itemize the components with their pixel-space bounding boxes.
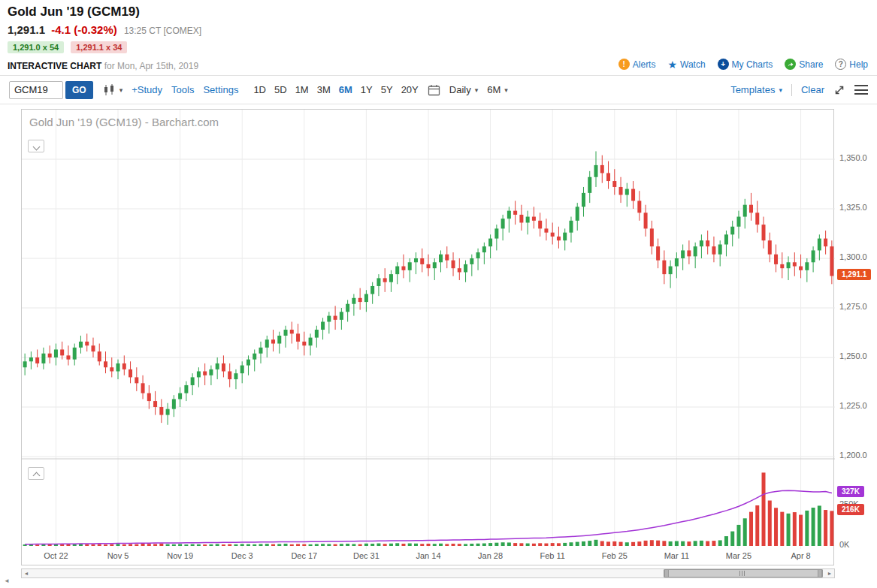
- ask-quote: 1,291.1 x 34: [71, 41, 127, 53]
- bid-quote: 1,291.0 x 54: [8, 41, 64, 53]
- price-change-text: -4.1 (-0.32%): [51, 23, 117, 36]
- open-interest-badge: 327K: [837, 486, 864, 497]
- svg-text:Mar 11: Mar 11: [664, 551, 689, 560]
- go-button[interactable]: GO: [65, 81, 93, 99]
- period-button-1d[interactable]: 1D: [253, 84, 266, 95]
- x-axis-labels: Oct 22Nov 5Nov 19Dec 3Dec 17Dec 31Jan 14…: [44, 551, 810, 560]
- watch-label: Watch: [680, 59, 706, 70]
- collapse-price-panel-button[interactable]: [28, 140, 44, 152]
- volume-badge: 216K: [837, 504, 864, 515]
- right-axis-column: 1,350.01,325.01,300.01,275.01,250.01,225…: [836, 0, 877, 588]
- interactive-chart-label: INTERACTIVE CHART: [8, 61, 101, 71]
- symbol-title: Gold Jun '19 (GCM19): [8, 5, 140, 20]
- price-axis-label: 1,325.0: [839, 203, 867, 212]
- expand-volume-panel-button[interactable]: [28, 467, 44, 480]
- frequency-dropdown[interactable]: Daily ▾: [449, 84, 478, 95]
- interactive-chart-line: INTERACTIVE CHART for Mon, Apr 15th, 201…: [8, 61, 198, 71]
- period-button-6m[interactable]: 6M: [339, 84, 352, 95]
- svg-text:Mar 25: Mar 25: [726, 551, 751, 560]
- share-link[interactable]: Share: [785, 59, 823, 70]
- calendar-icon: [428, 84, 440, 96]
- chevron-down-icon: ▾: [475, 86, 479, 94]
- chevron-down-icon: ▾: [119, 86, 123, 94]
- chart-watermark-title: Gold Jun '19 (GCM19) - Barchart.com: [29, 116, 219, 128]
- my-charts-label: My Charts: [732, 59, 773, 70]
- price-line: 1,291.1 -4.1 (-0.32%) 13:25 CT [COMEX]: [8, 23, 201, 36]
- header-links: ! Alerts ★ Watch + My Charts Share ? Hel…: [618, 59, 868, 70]
- toolbar-divider: [791, 84, 792, 96]
- chart-toolbar: GO ▾ +Study Tools Settings 1D5D1M3M6M1Y5…: [0, 75, 877, 104]
- scroll-right-arrow-icon[interactable]: ►: [825, 569, 834, 577]
- quote-time-text: 13:25 CT [COMEX]: [124, 26, 201, 36]
- price-axis-label: 1,300.0: [839, 252, 867, 261]
- symbol-input[interactable]: [9, 81, 63, 99]
- alerts-link[interactable]: ! Alerts: [618, 59, 656, 70]
- clear-link[interactable]: Clear: [801, 84, 824, 95]
- gridlines: [22, 110, 835, 549]
- scroll-left-arrow-icon[interactable]: ◄: [22, 569, 31, 577]
- price-axis-label: 1,350.0: [839, 153, 867, 162]
- page-scroll-left-icon[interactable]: ◄: [4, 577, 10, 584]
- volume-axis-label: 0K: [839, 540, 849, 549]
- scrollbar-thumb[interactable]: [664, 569, 823, 577]
- price-axis-label: 1,250.0: [839, 351, 867, 360]
- period-button-1m[interactable]: 1M: [295, 84, 309, 95]
- alerts-label: Alerts: [633, 59, 656, 70]
- period-button-3m[interactable]: 3M: [317, 84, 331, 95]
- period-button-20y[interactable]: 20Y: [401, 84, 419, 95]
- period-button-1y[interactable]: 1Y: [361, 84, 373, 95]
- price-axis-label: 1,200.0: [839, 451, 867, 460]
- period-buttons: 1D5D1M3M6M1Y5Y20Y: [253, 84, 418, 95]
- templates-dropdown[interactable]: Templates ▾: [730, 84, 782, 95]
- period-button-5d[interactable]: 5D: [274, 84, 287, 95]
- svg-text:Feb 11: Feb 11: [540, 551, 564, 560]
- calendar-button[interactable]: [428, 84, 440, 96]
- last-price-text: 1,291.1: [8, 23, 45, 36]
- star-icon: ★: [667, 59, 677, 70]
- watch-link[interactable]: ★ Watch: [667, 59, 705, 70]
- templates-label: Templates: [730, 84, 775, 95]
- last-price-badge: 1,291.1: [837, 269, 871, 280]
- range-value: 6M: [487, 84, 500, 95]
- scrollbar-grip-icon: [739, 571, 746, 576]
- bid-ask-row: 1,291.0 x 54 1,291.1 x 34: [8, 41, 127, 53]
- candlestick-icon: [102, 84, 117, 96]
- chevron-down-icon: ▾: [504, 86, 508, 94]
- my-charts-link[interactable]: + My Charts: [718, 59, 773, 70]
- range-dropdown[interactable]: 6M ▾: [487, 84, 508, 95]
- share-icon: [785, 59, 796, 70]
- svg-text:Dec 17: Dec 17: [291, 551, 317, 560]
- chart-canvas[interactable]: Oct 22Nov 5Nov 19Dec 3Dec 17Dec 31Jan 14…: [22, 110, 835, 566]
- alert-icon: !: [618, 59, 630, 70]
- svg-text:Dec 31: Dec 31: [353, 551, 380, 560]
- interactive-chart-date: for Mon, Apr 15th, 2019: [104, 61, 198, 71]
- settings-link[interactable]: Settings: [203, 84, 238, 95]
- price-axis-label: 1,275.0: [839, 302, 867, 311]
- price-axis-label: 1,225.0: [839, 401, 867, 410]
- tools-link[interactable]: Tools: [171, 84, 194, 95]
- svg-text:Apr 8: Apr 8: [791, 551, 810, 560]
- svg-text:Feb 25: Feb 25: [602, 551, 628, 560]
- period-button-5y[interactable]: 5Y: [381, 84, 393, 95]
- svg-text:Dec 3: Dec 3: [231, 551, 253, 560]
- svg-text:Nov 19: Nov 19: [167, 551, 193, 560]
- share-label: Share: [799, 59, 823, 70]
- plus-circle-icon: +: [718, 59, 729, 70]
- svg-text:Oct 22: Oct 22: [44, 551, 68, 560]
- chart-scrollbar[interactable]: ◄ ►: [21, 568, 835, 578]
- svg-text:Jan 14: Jan 14: [416, 551, 440, 560]
- svg-text:Jan 28: Jan 28: [478, 551, 503, 560]
- chart-container: Oct 22Nov 5Nov 19Dec 3Dec 17Dec 31Jan 14…: [21, 109, 834, 565]
- chart-type-dropdown[interactable]: ▾: [102, 84, 123, 96]
- symbol-entry-group: GO: [9, 81, 93, 99]
- frequency-value: Daily: [449, 84, 471, 95]
- svg-text:Nov 5: Nov 5: [107, 551, 129, 560]
- study-link[interactable]: +Study: [132, 84, 162, 95]
- chevron-down-icon: ▾: [779, 86, 782, 94]
